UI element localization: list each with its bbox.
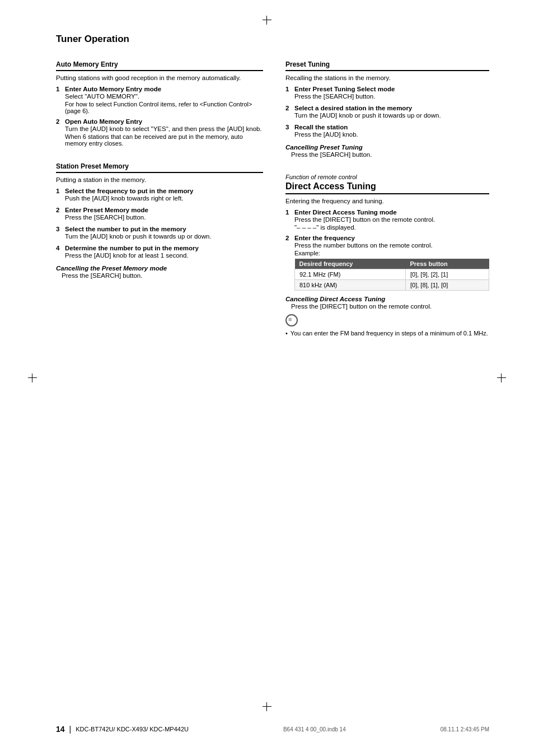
table-cell-button: [0], [8], [1], [0] [406, 280, 489, 291]
cancel-body: Press the [DIRECT] button on the remote … [285, 303, 489, 310]
direct-access-section: Function of remote control Direct Access… [285, 174, 489, 337]
step-heading: Determine the number to put in the memor… [65, 245, 263, 251]
preset-tuning-cancel: Cancelling Preset Tuning Press the [SEAR… [285, 143, 489, 158]
page-title: Tuner Operation [56, 34, 489, 45]
divider: | [69, 725, 72, 734]
table-header-button: Press button [406, 259, 489, 269]
step-heading: Open Auto Memory Entry [65, 118, 263, 125]
station-preset-steps: 1 Select the frequency to put in the mem… [56, 188, 263, 260]
step-number: 3 [56, 226, 65, 241]
step-item: 3 Select the number to put in the memory… [56, 226, 263, 241]
step-number: 2 [56, 118, 65, 147]
footer-date: 08.11.1 2:43:45 PM [441, 726, 489, 732]
crosshair-mid-right [497, 374, 506, 382]
footer-file-left: B64 431 4 00_00.indb 14 [283, 726, 346, 732]
station-preset-title: Station Preset Memory [56, 162, 263, 173]
step-item: 2 Select a desired station in the memory… [285, 105, 489, 120]
direct-access-cancel: Cancelling Direct Access Tuning Press th… [285, 295, 489, 310]
table-header-frequency: Desired frequency [295, 259, 406, 269]
page-footer: 14 | KDC-BT742U/ KDC-X493/ KDC-MP442U B6… [56, 725, 489, 734]
step-note: "– – – –" is displayed. [294, 224, 489, 231]
step-heading: Select the frequency to put in the memor… [65, 188, 263, 194]
step-number: 1 [285, 86, 294, 101]
step-heading: Select a desired station in the memory [294, 105, 489, 111]
step-content: Select a desired station in the memory T… [294, 105, 489, 120]
step-heading: Enter Preset Memory mode [65, 207, 263, 213]
auto-memory-section: Auto Memory Entry Putting stations with … [56, 60, 263, 147]
cancel-item: Cancelling the Preset Memory mode Press … [56, 264, 263, 279]
step-content: Enter the frequency Press the number but… [294, 235, 489, 291]
page: Tuner Operation Auto Memory Entry Puttin… [0, 0, 534, 756]
table-row: 810 kHz (AM) [0], [8], [1], [0] [295, 280, 489, 291]
preset-tuning-steps: 1 Enter Preset Tuning Select mode Press … [285, 86, 489, 139]
example-label: Example: [294, 250, 489, 256]
step-content: Enter Preset Memory mode Press the [SEAR… [65, 207, 263, 222]
auto-memory-subtitle: Putting stations with good reception in … [56, 74, 263, 81]
step-body: Turn the [AUD] knob or push it towards u… [65, 233, 263, 240]
step-number: 2 [285, 235, 294, 291]
cancel-body: Press the [SEARCH] button. [285, 151, 489, 158]
step-body: Push the [AUD] knob towards right or lef… [65, 195, 263, 202]
direct-access-title: Direct Access Tuning [285, 181, 489, 194]
cancel-label: Cancelling the Preset Memory mode [56, 265, 167, 272]
step-content: Recall the station Press the [AUD] knob. [294, 124, 489, 139]
step-body: Select "AUTO MEMORY". [65, 93, 263, 100]
note-icon-row [285, 314, 489, 326]
station-preset-section: Station Preset Memory Putting a station … [56, 162, 263, 279]
page-number: 14 [56, 725, 65, 734]
step-body: Turn the [AUD] knob to select "YES", and… [65, 125, 263, 132]
step-heading: Recall the station [294, 124, 489, 130]
step-content: Enter Preset Tuning Select mode Press th… [294, 86, 489, 101]
step-heading: Enter Direct Access Tuning mode [294, 209, 489, 216]
step-body: Press the [DIRECT] button on the remote … [294, 216, 489, 223]
step-item: 2 Enter the frequency Press the number b… [285, 235, 489, 291]
preset-tuning-subtitle: Recalling the stations in the memory. [285, 74, 489, 81]
step-number: 2 [56, 207, 65, 222]
step-content: Enter Auto Memory Entry mode Select "AUT… [65, 86, 263, 114]
two-column-layout: Auto Memory Entry Putting stations with … [56, 60, 489, 352]
cancel-label: Cancelling Preset Tuning [285, 144, 363, 151]
cancel-body: Press the [SEARCH] button. [56, 272, 263, 279]
step-number: 2 [285, 105, 294, 120]
step-content: Select the frequency to put in the memor… [65, 188, 263, 203]
direct-access-subtitle: Entering the frequency and tuning. [285, 198, 489, 204]
step-note: When 6 stations that can be received are… [65, 133, 263, 147]
auto-memory-title: Auto Memory Entry [56, 60, 263, 71]
step-item: 4 Determine the number to put in the mem… [56, 245, 263, 260]
step-number: 1 [56, 188, 65, 203]
step-number: 1 [56, 86, 65, 114]
step-body: Press the [SEARCH] button. [294, 93, 489, 100]
step-item: 1 Enter Auto Memory Entry mode Select "A… [56, 86, 263, 114]
station-preset-subtitle: Putting a station in the memory. [56, 176, 263, 183]
step-heading: Enter Auto Memory Entry mode [65, 86, 263, 92]
step-content: Determine the number to put in the memor… [65, 245, 263, 260]
step-heading: Select the number to put in the memory [65, 226, 263, 232]
table-cell-freq: 92.1 MHz (FM) [295, 269, 406, 280]
page-number-section: 14 | KDC-BT742U/ KDC-X493/ KDC-MP442U [56, 725, 189, 734]
auto-memory-steps: 1 Enter Auto Memory Entry mode Select "A… [56, 86, 263, 147]
direct-access-steps: 1 Enter Direct Access Tuning mode Press … [285, 209, 489, 291]
step-body: Turn the [AUD] knob or push it towards u… [294, 112, 489, 119]
table-cell-freq: 810 kHz (AM) [295, 280, 406, 291]
step-item: 1 Enter Direct Access Tuning mode Press … [285, 209, 489, 231]
crosshair-top [263, 16, 271, 25]
step-heading: Enter Preset Tuning Select mode [294, 86, 489, 92]
crosshair-mid-left [28, 374, 37, 382]
step-body: Press the number buttons on the remote c… [294, 242, 489, 249]
table-cell-button: [0], [9], [2], [1] [406, 269, 489, 280]
preset-tuning-section: Preset Tuning Recalling the stations in … [285, 60, 489, 158]
bullet-dot: • [285, 330, 288, 337]
crosshair-bottom [263, 702, 271, 711]
model-text: KDC-BT742U/ KDC-X493/ KDC-MP442U [76, 726, 189, 732]
step-item: 2 Enter Preset Memory mode Press the [SE… [56, 207, 263, 222]
step-item: 1 Select the frequency to put in the mem… [56, 188, 263, 203]
note-icon [285, 314, 298, 326]
step-number: 1 [285, 209, 294, 231]
step-content: Select the number to put in the memory T… [65, 226, 263, 241]
function-label: Function of remote control [285, 174, 489, 180]
step-item: 2 Open Auto Memory Entry Turn the [AUD] … [56, 118, 263, 147]
step-body: Press the [AUD] knob for at least 1 seco… [65, 252, 263, 259]
step-body: Press the [AUD] knob. [294, 131, 489, 138]
step-note: For how to select Function Control items… [65, 101, 263, 114]
step-content: Open Auto Memory Entry Turn the [AUD] kn… [65, 118, 263, 147]
